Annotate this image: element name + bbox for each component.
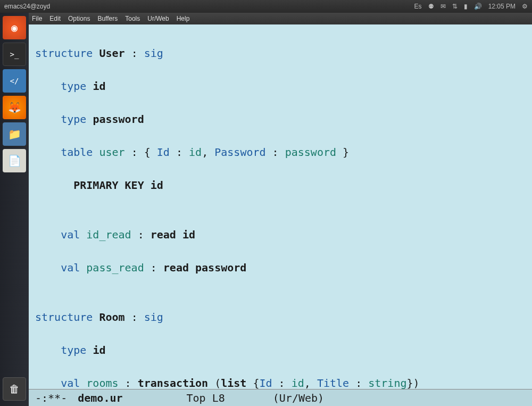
keyboard-lang-indicator[interactable]: Es — [414, 3, 422, 10]
launcher-terminal-icon[interactable]: >_ — [3, 43, 26, 66]
modeline-position: Top L8 — [187, 392, 225, 404]
menu-file[interactable]: File — [32, 15, 42, 22]
gear-icon[interactable]: ⚙ — [522, 3, 528, 10]
network-icon[interactable]: ⇅ — [452, 3, 458, 10]
launcher-files-icon[interactable]: 📁 — [3, 122, 26, 146]
launcher-office-icon[interactable]: 📄 — [3, 149, 26, 172]
menu-buffers[interactable]: Buffers — [97, 15, 118, 22]
system-top-panel: emacs24@zoyd Es ⚉ ✉ ⇅ ▮ 🔊 12:05 PM ⚙ — [0, 0, 532, 13]
menu-edit[interactable]: Edit — [49, 15, 61, 22]
modeline-status: -:**- — [35, 392, 67, 404]
menu-tools[interactable]: Tools — [125, 15, 140, 22]
launcher-editor-icon[interactable]: </ — [3, 69, 26, 93]
emacs-menubar: File Edit Options Buffers Tools Ur/Web H… — [29, 13, 532, 24]
clock[interactable]: 12:05 PM — [488, 3, 516, 10]
menu-options[interactable]: Options — [68, 15, 90, 22]
mail-icon[interactable]: ✉ — [440, 3, 446, 10]
launcher-trash-icon[interactable]: 🗑 — [3, 377, 26, 401]
volume-icon[interactable]: 🔊 — [474, 3, 482, 10]
battery-icon[interactable]: ▮ — [464, 3, 468, 10]
menu-urweb[interactable]: Ur/Web — [147, 15, 169, 22]
modeline-filename: demo.ur — [78, 392, 122, 404]
modeline-mode: (Ur/Web) — [273, 392, 324, 404]
menu-help[interactable]: Help — [177, 15, 190, 22]
emacs-window: File Edit Options Buffers Tools Ur/Web H… — [29, 13, 532, 406]
editor-buffer[interactable]: structure User : sig type id type passwo… — [29, 24, 532, 389]
window-title: emacs24@zoyd — [4, 3, 50, 10]
unity-launcher: ◉ >_ </ 🦊 📁 📄 🗑 — [0, 13, 29, 406]
launcher-firefox-icon[interactable]: 🦊 — [3, 96, 26, 119]
launcher-dash-icon[interactable]: ◉ — [3, 16, 26, 39]
bluetooth-icon[interactable]: ⚉ — [428, 3, 434, 10]
emacs-modeline: -:**- demo.ur Top L8 (Ur/Web) — [29, 389, 532, 406]
